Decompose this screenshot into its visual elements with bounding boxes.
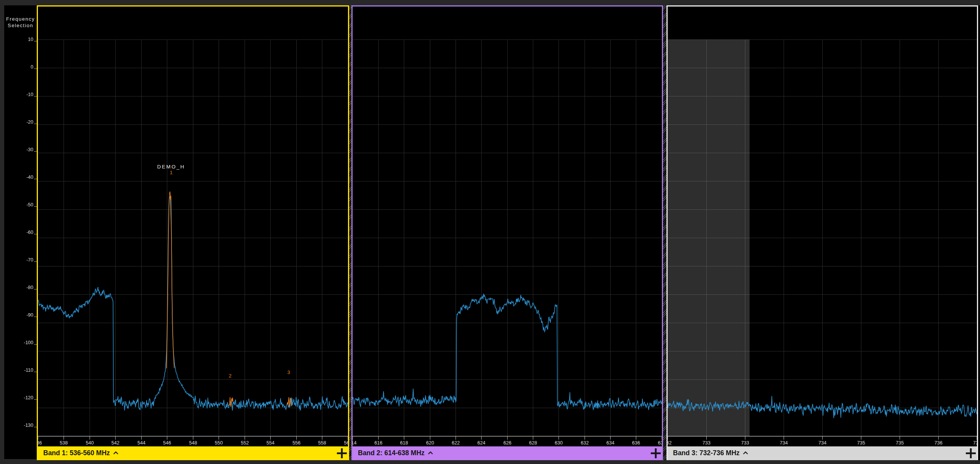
svg-text:734: 734	[780, 440, 788, 446]
svg-text:540: 540	[86, 440, 94, 446]
svg-text:735: 735	[896, 440, 904, 446]
svg-text:620: 620	[426, 440, 434, 446]
svg-text:558: 558	[318, 440, 326, 446]
svg-text:632: 632	[581, 440, 589, 446]
svg-text:638: 638	[658, 440, 662, 446]
svg-text:550: 550	[215, 440, 223, 446]
svg-text:634: 634	[606, 440, 614, 446]
svg-text:542: 542	[111, 440, 119, 446]
svg-text:630: 630	[555, 440, 563, 446]
svg-text:636: 636	[632, 440, 640, 446]
svg-text:626: 626	[503, 440, 511, 446]
svg-text:3: 3	[287, 369, 290, 375]
svg-text:2: 2	[229, 373, 231, 379]
svg-text:544: 544	[137, 440, 145, 446]
svg-text:736: 736	[973, 440, 977, 446]
svg-text:735: 735	[857, 440, 865, 446]
svg-text:732: 732	[668, 440, 671, 446]
svg-text:628: 628	[529, 440, 537, 446]
svg-text:618: 618	[400, 440, 408, 446]
svg-text:556: 556	[292, 440, 301, 446]
svg-text:554: 554	[266, 440, 274, 446]
svg-text:548: 548	[189, 440, 197, 446]
svg-text:624: 624	[477, 440, 485, 446]
svg-text:DEMO_H: DEMO_H	[157, 164, 185, 170]
svg-text:733: 733	[702, 440, 710, 446]
svg-text:616: 616	[374, 440, 382, 446]
svg-text:536: 536	[38, 440, 42, 446]
svg-text:1: 1	[170, 170, 172, 175]
svg-text:546: 546	[163, 440, 171, 446]
svg-text:736: 736	[934, 440, 942, 446]
svg-text:538: 538	[60, 440, 68, 446]
svg-text:622: 622	[452, 440, 460, 446]
svg-text:733: 733	[741, 440, 749, 446]
svg-text:552: 552	[241, 440, 249, 446]
svg-text:560: 560	[344, 440, 348, 446]
svg-text:614: 614	[353, 440, 356, 446]
svg-text:734: 734	[818, 440, 826, 446]
